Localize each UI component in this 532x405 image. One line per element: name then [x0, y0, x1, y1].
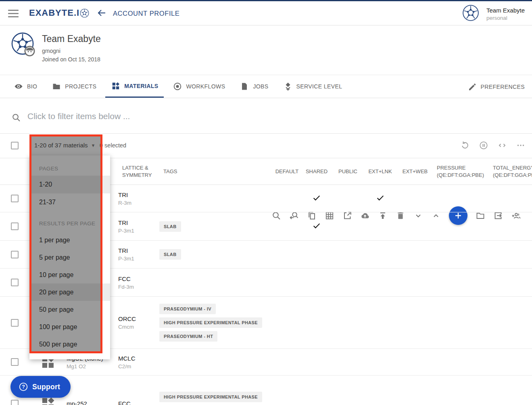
tag-praseodymium-ht[interactable]: PRASEODYMIUM - HT [159, 331, 217, 342]
pagination-label: 1-20 of 37 materials [34, 142, 88, 149]
row-checkbox-cell [0, 358, 29, 366]
menu-item-21-37[interactable]: 21-37 [29, 193, 110, 211]
column-header-public[interactable]: PUBLIC [333, 158, 363, 185]
tab-workflows[interactable]: WORKFLOWS [167, 75, 231, 98]
column-header-tags[interactable]: TAGS [159, 158, 273, 185]
file-icon [240, 82, 249, 91]
eye-icon [14, 82, 23, 91]
tab-materials[interactable]: MATERIALS [105, 75, 164, 98]
profile-section: Team Exabyte gmogni Joined on Oct 15, 20… [0, 25, 532, 75]
row-checkbox[interactable] [11, 319, 19, 327]
column-header-default[interactable]: DEFAULT [273, 158, 300, 185]
lattice-cell: FCC [118, 400, 159, 405]
column-header-checkbox [0, 158, 29, 185]
menu-item-100-per-page[interactable]: 100 per page [29, 318, 110, 336]
ext-lnk-cell [363, 193, 397, 204]
user-avatar [462, 4, 479, 23]
filter-input[interactable]: Click to filter items below ... [27, 111, 130, 121]
folder-filled-icon [52, 82, 61, 91]
tab-label: WORKFLOWS [186, 83, 225, 90]
filter-bar: Click to filter items below ... [0, 98, 532, 134]
material-name: mp-252 [67, 400, 118, 405]
tag-high-pressure-experimental-phase[interactable]: HIGH PRESSURE EXPERIMENTAL PHASE [159, 317, 262, 328]
column-header-pressure[interactable]: PRESSURE(QE:DFT:GGA:PBE) [433, 158, 489, 185]
svg-text:?: ? [22, 384, 25, 390]
row-checkbox[interactable] [11, 251, 19, 258]
lattice-cell: ORCCCmcm [118, 315, 159, 330]
lattice-cell: TRIP-3m1 [118, 247, 159, 262]
menu-icon[interactable] [8, 10, 19, 18]
tab-label: MATERIALS [124, 83, 158, 89]
row-checkbox[interactable] [11, 400, 19, 405]
symmetry-group: Cmcm [118, 324, 159, 330]
row-checkbox[interactable] [11, 358, 19, 366]
row-checkbox[interactable] [11, 279, 19, 286]
tag-slab[interactable]: SLAB [159, 249, 181, 260]
caret-down-icon: ▼ [91, 143, 96, 148]
tag-praseodymium-iv[interactable]: PRASEODYMIUM - IV [159, 304, 216, 314]
menu-item-10-per-page[interactable]: 10 per page [29, 266, 110, 283]
menu-item-5-per-page[interactable]: 5 per page [29, 249, 110, 266]
more-icon[interactable] [516, 141, 526, 150]
tag-high-pressure-experimental-phase[interactable]: HIGH PRESSURE EXPERIMENTAL PHASE [159, 392, 262, 402]
exabyte-logo[interactable]: EXABYTE.I [29, 8, 89, 18]
tag-slab[interactable]: SLAB [159, 221, 181, 232]
tab-projects[interactable]: PROJECTS [46, 75, 102, 98]
back-arrow-icon[interactable] [97, 8, 106, 18]
menu-item-1-20[interactable]: 1-20 [29, 176, 110, 193]
select-all-checkbox[interactable] [11, 142, 19, 149]
pagination-dropdown[interactable]: 1-20 of 37 materials ▼ [34, 142, 95, 149]
lattice-type: FCC [118, 400, 159, 405]
menu-header-results-per-page: RESULTS PER PAGE [29, 215, 110, 231]
material-icon [29, 397, 67, 405]
tags-cell: SLAB [159, 249, 273, 260]
user-context: personal [486, 15, 525, 21]
search-icon [11, 113, 21, 122]
tab-label: SERVICE LEVEL [296, 83, 342, 90]
symmetry-group: C2/m [118, 363, 159, 369]
lattice-cell: TRIR-3m [118, 191, 159, 206]
refresh-icon[interactable] [460, 141, 470, 150]
logo-text: EXABYTE.I [29, 8, 79, 18]
row-checkbox[interactable] [11, 222, 19, 230]
menu-item-50-per-page[interactable]: 50 per page [29, 301, 110, 318]
material-name-cell[interactable]: mp-252 [67, 400, 118, 405]
check-icon [376, 193, 385, 204]
materials-icon [111, 81, 121, 91]
account-profile-page: EXABYTE.I ACCOUNT PROFILE Team Exabyte p… [0, 0, 532, 405]
shared-cell [300, 193, 333, 204]
tab-bio[interactable]: BIO [8, 75, 43, 98]
column-header-lattice[interactable]: LATTICE &SYMMETRY [118, 158, 159, 185]
row-checkbox-cell [0, 400, 29, 405]
tab-label: PROJECTS [65, 83, 96, 90]
page-title: ACCOUNT PROFILE [113, 10, 179, 17]
lattice-cell: TRIP-3m1 [118, 219, 159, 234]
pagination-menu: PAGES1-2021-37RESULTS PER PAGE1 per page… [29, 155, 110, 359]
profile-name: Team Exabyte [42, 34, 101, 44]
app-bar: EXABYTE.I ACCOUNT PROFILE Team Exabyte p… [0, 1, 532, 25]
menu-item-500-per-page[interactable]: 500 per page [29, 336, 110, 353]
column-header-ext_lnk[interactable]: EXT+LNK [363, 158, 397, 185]
menu-item-1-per-page[interactable]: 1 per page [29, 231, 110, 249]
row-checkbox-cell [0, 251, 29, 258]
tab-jobs[interactable]: JOBS [234, 75, 274, 98]
pause-icon[interactable] [479, 141, 488, 150]
help-circle-icon: ? [19, 382, 28, 392]
tab-service-level[interactable]: SERVICE LEVEL [277, 75, 348, 98]
account-switcher[interactable]: Team Exabyte personal [462, 4, 525, 23]
tags-cell: SLAB [159, 221, 273, 232]
row-checkbox-cell [0, 222, 29, 230]
row-checkbox[interactable] [11, 195, 19, 202]
menu-item-20-per-page[interactable]: 20 per page [29, 283, 110, 301]
column-header-shared[interactable]: SHARED [300, 158, 333, 185]
pencil-icon [467, 82, 477, 92]
lattice-type: TRI [118, 219, 159, 226]
lattice-type: ORCC [118, 315, 159, 322]
column-header-ext_web[interactable]: EXT+WEB [397, 158, 433, 185]
support-button[interactable]: ? Support [10, 376, 71, 398]
code-icon[interactable] [497, 141, 507, 150]
column-header-total_energy[interactable]: TOTAL_ENERGY(QE:DFT:GGA:PBE) [489, 158, 532, 185]
tab-preferences[interactable]: PREFERENCES [467, 75, 525, 99]
table-actions [460, 141, 526, 150]
tab-label: JOBS [253, 83, 268, 90]
